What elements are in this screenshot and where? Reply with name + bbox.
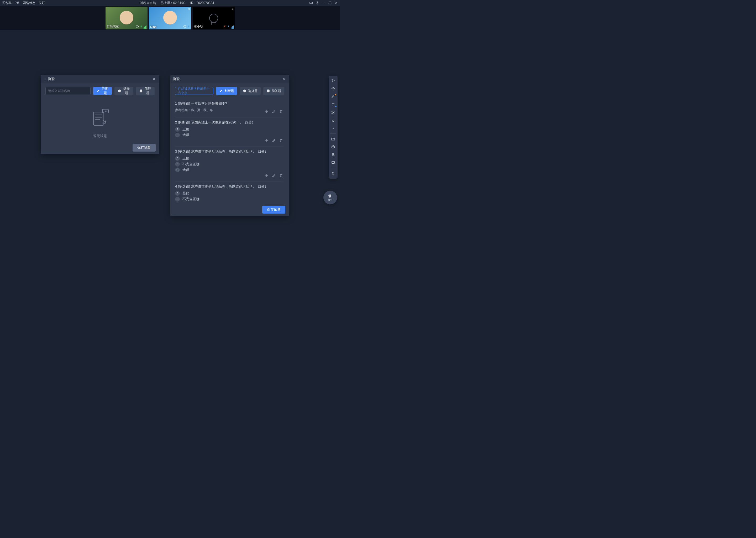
camera-flip-icon[interactable]: [309, 1, 313, 5]
empty-illustration-icon: [88, 106, 112, 130]
option-text: 错误: [182, 168, 189, 172]
option-text: 不完全正确: [182, 197, 200, 201]
svg-point-13: [119, 90, 120, 91]
svg-rect-17: [93, 112, 104, 125]
course-name: 神秘大自然: [140, 1, 156, 5]
video-tile-teacher[interactable]: 叮当老师: [106, 7, 148, 29]
camera-off-icon: [209, 14, 218, 23]
move-icon[interactable]: [264, 138, 268, 143]
move-icon[interactable]: [264, 173, 268, 178]
question-type-choice-button[interactable]: 选择题: [115, 87, 133, 95]
question-option[interactable]: A是的: [175, 191, 283, 196]
question-type-judge-button[interactable]: 判断题: [93, 87, 112, 95]
option-letter: B: [175, 197, 180, 201]
tool-pen-icon[interactable]: [329, 93, 337, 100]
save-quiz-button[interactable]: 保存试卷: [262, 206, 285, 214]
tool-move-icon[interactable]: [329, 85, 337, 92]
hand-raise-bubble[interactable]: 0/2: [323, 191, 337, 204]
mic-icon: [140, 25, 143, 29]
short-icon: [266, 89, 270, 93]
question-option[interactable]: A正确: [175, 127, 283, 132]
label: 简答题: [272, 89, 281, 93]
minimize-icon[interactable]: [322, 1, 325, 5]
panel-close-icon[interactable]: ×: [152, 77, 157, 82]
option-letter: A: [175, 191, 180, 196]
question-option[interactable]: A正确: [175, 156, 283, 161]
top-bar: 丢包率：0% 网络状态：良好 神秘大自然 已上课：02:34:09 ID：202…: [0, 0, 340, 6]
hand-count: 0/2: [328, 198, 332, 201]
question-option[interactable]: B不完全正确: [175, 197, 283, 201]
question-option[interactable]: B不完全正确: [175, 162, 283, 167]
tool-text-icon[interactable]: [329, 101, 337, 108]
edit-icon[interactable]: [272, 173, 276, 178]
save-quiz-button[interactable]: 保存试卷: [132, 144, 156, 152]
edit-icon[interactable]: [272, 138, 276, 143]
quiz-name-input-filled[interactable]: 产品说试卷名称最多十六个字: [175, 87, 213, 95]
settings-icon[interactable]: [315, 1, 319, 5]
tool-chat-icon[interactable]: [329, 159, 337, 166]
tool-scissors-icon[interactable]: [329, 109, 337, 116]
tool-folder-icon[interactable]: [329, 135, 337, 143]
packet-loss: 丢包率：0%: [2, 1, 19, 5]
answer-hint: 参考答案：春、夏、秋、冬: [175, 108, 213, 112]
hand-icon: [328, 193, 333, 198]
option-text: 是的: [182, 191, 189, 196]
question-list: 1 [简答题] 一年四季分别是哪四季?参考答案：春、夏、秋、冬2 [判断题] 我…: [175, 98, 283, 203]
question-title: 1 [简答题] 一年四季分别是哪四季?: [175, 101, 283, 106]
question-item: 1 [简答题] 一年四季分别是哪四季?参考答案：春、夏、秋、冬: [175, 98, 283, 117]
option-letter: A: [175, 156, 180, 161]
tile-close-icon[interactable]: ×: [188, 7, 190, 11]
tool-person-icon[interactable]: [329, 151, 337, 158]
svg-rect-33: [332, 146, 335, 148]
question-type-judge-button[interactable]: 判断题: [216, 87, 237, 95]
question-title: 2 [判断题] 我国宪法上一次更新是在2020年。（2分）: [175, 120, 283, 125]
label: 选择题: [248, 89, 258, 93]
tool-cursor-icon[interactable]: [329, 77, 337, 84]
signal-bars-icon: [231, 26, 234, 28]
move-icon[interactable]: [264, 109, 268, 114]
quiz-name-input[interactable]: [45, 87, 91, 95]
badge-icon: [183, 25, 186, 29]
tool-toolbox-icon[interactable]: [329, 143, 337, 150]
svg-rect-8: [188, 26, 189, 27]
participant-name: 叮当老师: [107, 25, 119, 29]
short-icon: [139, 89, 143, 93]
close-icon[interactable]: [334, 1, 338, 5]
question-option[interactable]: C错误: [175, 168, 283, 172]
option-text: 错误: [182, 133, 189, 137]
svg-point-5: [136, 26, 139, 28]
delete-icon[interactable]: [279, 109, 283, 114]
edit-icon[interactable]: [272, 109, 276, 114]
elapsed: 已上课：02:34:09: [161, 1, 186, 5]
tool-bell-icon[interactable]: [329, 170, 337, 177]
panel-close-icon[interactable]: ×: [281, 77, 286, 82]
tile-close-icon[interactable]: ×: [232, 7, 234, 11]
back-icon[interactable]: [43, 78, 46, 81]
mic-muted-icon: [223, 25, 226, 29]
question-item: 4 [多选题] 施华洛世奇是反华品牌，所以梁鼎琪反华。（2分）A是的B不完全正确…: [175, 182, 283, 203]
panel-title: 测验: [173, 77, 280, 81]
svg-point-24: [107, 111, 107, 112]
panel-title: 测验: [48, 77, 150, 81]
svg-point-32: [333, 128, 334, 129]
svg-rect-35: [332, 161, 335, 163]
option-letter: C: [175, 168, 180, 172]
mic-icon: [187, 25, 190, 29]
fullscreen-icon[interactable]: [328, 1, 332, 5]
quiz-panel-filled: 测验 × 产品说试卷名称最多十六个字 判断题 选择题 简答题 1 [简答题] 一…: [170, 75, 289, 216]
svg-point-7: [184, 26, 186, 28]
video-tile-student-camera-off[interactable]: × 王小明: [193, 7, 235, 29]
question-type-short-button[interactable]: 简答题: [136, 87, 155, 95]
svg-rect-6: [141, 26, 142, 27]
svg-point-26: [244, 90, 245, 91]
question-option[interactable]: B错误: [175, 133, 283, 137]
question-title: 3 [单选题] 施华洛世奇是反华品牌，所以梁鼎琪反华。（2分）: [175, 149, 283, 154]
video-tile-student[interactable]: × Nina: [149, 7, 191, 29]
tool-eraser-icon[interactable]: [329, 117, 337, 124]
delete-icon[interactable]: [279, 173, 283, 178]
delete-icon[interactable]: [279, 138, 283, 143]
question-type-choice-button[interactable]: 选择题: [240, 87, 261, 95]
net-status: 网络状态：良好: [23, 1, 45, 5]
question-type-short-button[interactable]: 简答题: [263, 87, 284, 95]
tool-laser-icon[interactable]: [329, 125, 337, 132]
